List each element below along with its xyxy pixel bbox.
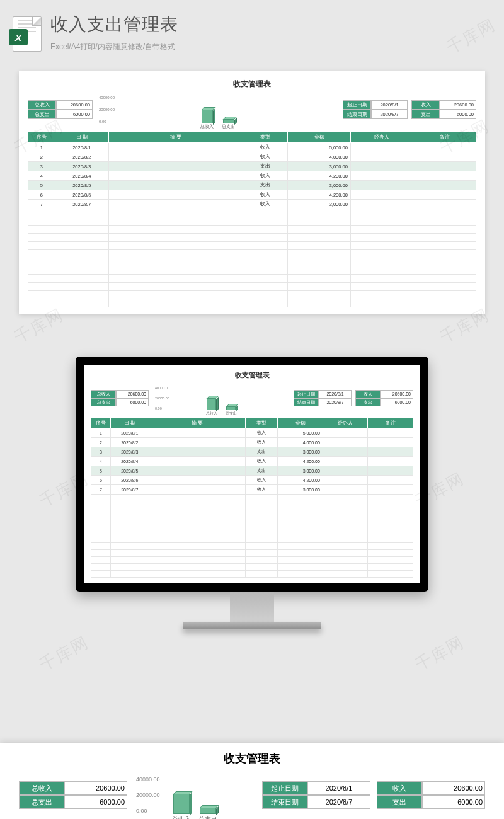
table-body: 12020/8/1收入5,000.0022020/8/2收入4,000.0032… — [91, 428, 413, 578]
total-expense-label: 总支出 — [91, 398, 116, 406]
cell-amount: 3,000.00 — [288, 162, 351, 171]
table-row-empty — [28, 291, 476, 299]
start-date-value: 2020/8/1 — [371, 100, 408, 110]
start-date-value: 2020/8/1 — [307, 781, 370, 795]
cell-note — [413, 190, 476, 200]
th-note: 备注 — [368, 418, 413, 428]
cell-amount: 3,000.00 — [278, 466, 323, 476]
sheet-title: 收支管理表 — [91, 370, 413, 380]
cell-seq: 1 — [28, 143, 55, 152]
cell-amount: 4,200.00 — [288, 190, 351, 200]
table-row: 72020/8/7收入3,000.00 — [91, 485, 413, 495]
table-row: 32020/8/3支出3,000.00 — [91, 447, 413, 457]
table-row-empty — [91, 550, 413, 557]
cell-type: 收入 — [246, 428, 278, 438]
cell-type: 收入 — [243, 143, 288, 152]
cell-date: 2020/8/7 — [55, 200, 108, 209]
table-row-empty — [28, 234, 476, 242]
cell-seq: 3 — [28, 162, 55, 171]
cell-amount: 3,000.00 — [288, 200, 351, 209]
cell-seq: 5 — [28, 181, 55, 190]
cell-desc — [108, 190, 243, 200]
table-row-empty — [28, 242, 476, 250]
monitor-base — [183, 622, 321, 629]
cell-amount: 5,000.00 — [288, 143, 351, 152]
table-row-empty — [28, 258, 476, 266]
chart-y-axis: 40000.00 20000.00 0.00 — [99, 96, 115, 123]
table-row-empty — [28, 283, 476, 291]
income-label: 收入 — [411, 100, 440, 110]
cell-note — [368, 476, 413, 485]
cell-agent — [350, 162, 413, 171]
cell-desc — [108, 143, 243, 152]
page-header: X 收入支出管理表 Excel/A4打印/内容随意修改/自带格式 — [0, 0, 504, 61]
table-row: 52020/8/5支出3,000.00 — [28, 181, 476, 190]
ledger-table: 序号 日 期 摘 要 类型 金额 经办人 备注 12020/8/1收入5,000… — [28, 131, 476, 307]
table-row-empty — [91, 495, 413, 501]
cell-seq: 5 — [91, 466, 111, 476]
total-income-label: 总收入 — [19, 781, 64, 795]
table-row-empty — [28, 299, 476, 307]
cell-agent — [323, 466, 368, 476]
watermark: 千库网 — [411, 631, 469, 675]
summary-left: 总收入 20600.00 总支出 6000.00 — [28, 100, 93, 119]
chart-bar-expense: 总支出 — [223, 119, 234, 123]
monitor-mockup: 收支管理表 总收入 20600.00 总支出 6000.00 40000.002… — [0, 357, 504, 629]
cell-type: 收入 — [246, 438, 278, 447]
cell-date: 2020/8/5 — [55, 181, 108, 190]
summary-chart: 40000.00 20000.00 0.00 总收入 总支出 — [96, 96, 339, 123]
expense-value: 6000.00 — [440, 110, 476, 119]
chart-bar-expense: 总支出 — [226, 406, 236, 410]
summary-right: 收入 20600.00 支出 6000.00 — [411, 100, 476, 119]
cell-note — [413, 152, 476, 162]
template-preview-card: 收支管理表 总收入 20600.00 总支出 6000.00 40000.00 … — [19, 71, 485, 314]
income-value: 20600.00 — [422, 781, 485, 795]
cell-desc — [149, 485, 245, 495]
th-amount: 金额 — [278, 418, 323, 428]
expense-label: 支出 — [377, 795, 422, 809]
excel-file-icon: X — [13, 16, 42, 52]
cell-date: 2020/8/4 — [110, 457, 149, 466]
cell-type: 支出 — [243, 162, 288, 171]
th-date: 日 期 — [55, 132, 108, 143]
th-type: 类型 — [246, 418, 278, 428]
table-row: 52020/8/5支出3,000.00 — [91, 466, 413, 476]
start-date-label: 起止日期 — [262, 781, 307, 795]
cell-type: 支出 — [246, 466, 278, 476]
total-expense-value: 6000.00 — [116, 398, 149, 406]
summary-right: 收入 20600.00 支出 6000.00 — [355, 390, 413, 406]
cell-agent — [323, 428, 368, 438]
cell-note — [368, 457, 413, 466]
th-type: 类型 — [243, 132, 288, 143]
cell-date: 2020/8/7 — [110, 485, 149, 495]
cell-seq: 6 — [28, 190, 55, 200]
table-row-empty — [28, 266, 476, 275]
table-row: 22020/8/2收入4,000.00 — [91, 438, 413, 447]
th-agent: 经办人 — [323, 418, 368, 428]
total-expense-value: 6000.00 — [64, 795, 127, 809]
table-row: 12020/8/1收入5,000.00 — [91, 428, 413, 438]
table-row-empty — [91, 536, 413, 543]
chart-bar-expense: 总支出 — [200, 808, 216, 814]
cell-desc — [108, 171, 243, 181]
cell-seq: 2 — [28, 152, 55, 162]
cell-amount: 4,000.00 — [278, 438, 323, 447]
cell-date: 2020/8/4 — [55, 171, 108, 181]
cell-agent — [323, 457, 368, 466]
cell-seq: 1 — [91, 428, 111, 438]
summary-chart: 40000.0020000.000.00 总收入 总支出 — [134, 776, 256, 814]
start-date-label: 起止日期 — [294, 390, 319, 398]
table-row-empty — [91, 508, 413, 515]
cell-note — [368, 485, 413, 495]
table-row-empty — [91, 501, 413, 508]
table-row-empty — [91, 557, 413, 564]
cell-amount: 3,000.00 — [288, 181, 351, 190]
cell-desc — [149, 438, 245, 447]
cell-date: 2020/8/6 — [110, 476, 149, 485]
cell-agent — [323, 438, 368, 447]
cell-desc — [108, 181, 243, 190]
table-row-empty — [91, 529, 413, 536]
cell-agent — [323, 476, 368, 485]
excel-badge: X — [9, 29, 28, 45]
chart-bar-income: 总收入 — [207, 398, 216, 410]
